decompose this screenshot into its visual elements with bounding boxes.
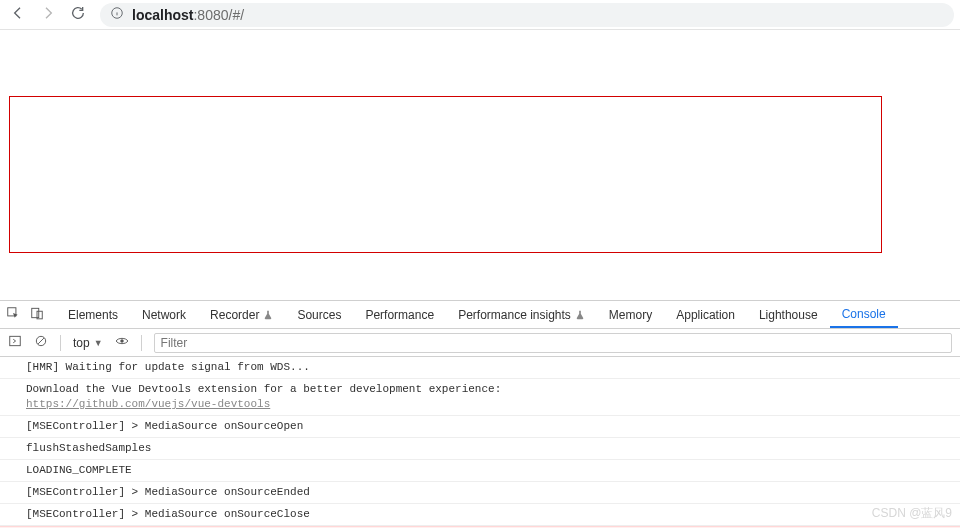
live-expression-icon[interactable] <box>115 334 129 351</box>
devtools-leading-icons <box>6 306 52 323</box>
context-label: top <box>73 336 90 350</box>
tab-elements[interactable]: Elements <box>56 301 130 328</box>
filter-field[interactable] <box>154 333 952 353</box>
tab-network[interactable]: Network <box>130 301 198 328</box>
tab-performance[interactable]: Performance <box>353 301 446 328</box>
console-log-list[interactable]: [HMR] Waiting for update signal from WDS… <box>0 357 960 528</box>
console-log-row: [HMR] Waiting for update signal from WDS… <box>0 357 960 379</box>
reload-button[interactable] <box>70 5 86 24</box>
devtools-panel: Elements Network Recorder Sources Perfor… <box>0 300 960 528</box>
devtools-tabs: Elements Network Recorder Sources Perfor… <box>56 301 898 328</box>
clear-console-icon[interactable] <box>34 334 48 351</box>
filter-input[interactable] <box>161 336 945 350</box>
console-log-row: [MSEController] > MediaSource onSourceCl… <box>0 504 960 526</box>
caret-down-icon: ▼ <box>94 338 103 348</box>
console-log-row: [MSEController] > MediaSource onSourceOp… <box>0 416 960 438</box>
watermark: CSDN @蓝风9 <box>872 505 952 522</box>
device-toolbar-icon[interactable] <box>30 306 44 323</box>
tab-recorder[interactable]: Recorder <box>198 301 285 328</box>
console-log-row: flushStashedSamples <box>0 438 960 460</box>
url-rest: :8080/#/ <box>193 7 244 23</box>
divider <box>60 335 61 351</box>
experiment-icon <box>575 310 585 320</box>
tab-application[interactable]: Application <box>664 301 747 328</box>
url-host: localhost <box>132 7 193 23</box>
svg-line-8 <box>38 338 44 344</box>
site-info-icon[interactable] <box>110 6 124 23</box>
address-bar[interactable]: localhost:8080/#/ <box>100 3 954 27</box>
context-selector[interactable]: top ▼ <box>73 336 103 350</box>
console-link[interactable]: https://github.com/vuejs/vue-devtools <box>26 398 270 410</box>
page-viewport <box>0 30 960 300</box>
console-log-row: LOADING_COMPLETE <box>0 460 960 482</box>
console-toolbar: top ▼ <box>0 329 960 357</box>
tab-sources[interactable]: Sources <box>285 301 353 328</box>
console-log-row: [MSEController] > MediaSource onSourceEn… <box>0 482 960 504</box>
devtools-tabbar: Elements Network Recorder Sources Perfor… <box>0 301 960 329</box>
divider <box>141 335 142 351</box>
experiment-icon <box>263 310 273 320</box>
console-sidebar-toggle-icon[interactable] <box>8 334 22 351</box>
browser-toolbar: localhost:8080/#/ <box>0 0 960 30</box>
nav-buttons <box>6 5 90 24</box>
tab-performance-insights[interactable]: Performance insights <box>446 301 597 328</box>
inspect-element-icon[interactable] <box>6 306 20 323</box>
svg-rect-4 <box>32 308 39 317</box>
url-text: localhost:8080/#/ <box>132 7 244 23</box>
console-log-row: Download the Vue Devtools extension for … <box>0 379 960 416</box>
page-red-outline-box <box>9 96 882 253</box>
tab-lighthouse[interactable]: Lighthouse <box>747 301 830 328</box>
tab-memory[interactable]: Memory <box>597 301 664 328</box>
svg-point-9 <box>120 339 124 343</box>
back-button[interactable] <box>10 5 26 24</box>
tab-console[interactable]: Console <box>830 301 898 328</box>
forward-button[interactable] <box>40 5 56 24</box>
